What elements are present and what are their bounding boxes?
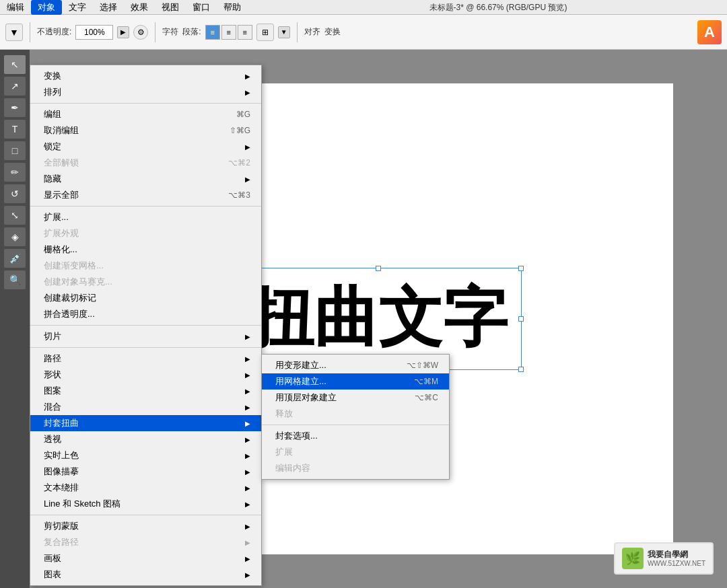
opacity-arrow-btn[interactable]: ▶	[117, 26, 129, 38]
text-align-group: ≡ ≡ ≡	[205, 25, 252, 40]
object-menu[interactable]: 变换 ▶ 排列 ▶ 编组 ⌘G 取消编组 ⇧⌘G 锁定	[30, 65, 262, 586]
para-label: 段落:	[182, 26, 201, 38]
menu-sep-4	[30, 347, 261, 348]
menu-envelope-distort[interactable]: 封套扭曲 ▶	[30, 415, 261, 431]
menu-transform[interactable]: 变换 ▶	[30, 68, 261, 84]
menubar-select[interactable]: 选择	[93, 0, 124, 15]
menu-group[interactable]: 编组 ⌘G	[30, 106, 261, 122]
menu-text-wrap[interactable]: 文本绕排 ▶	[30, 480, 261, 496]
tool-eyedropper[interactable]: 💉	[4, 249, 26, 268]
handle-tm	[376, 266, 381, 271]
menu-rasterize[interactable]: 栅格化...	[30, 242, 261, 258]
menu-arrange[interactable]: 排列 ▶	[30, 84, 261, 100]
menu-unlock-all[interactable]: 全部解锁 ⌥⌘2	[30, 155, 261, 171]
menu-perspective[interactable]: 透视 ▶	[30, 431, 261, 447]
handle-br	[518, 367, 524, 372]
handle-tr	[518, 266, 524, 271]
tool-zoom[interactable]: 🔍	[4, 270, 26, 289]
menu-create-gradient-mesh[interactable]: 创建渐变网格...	[30, 258, 261, 274]
menu-clipping-mask[interactable]: 剪切蒙版 ▶	[30, 518, 261, 534]
align-left-btn[interactable]: ≡	[205, 25, 220, 40]
logo-icon: 🌿	[622, 548, 644, 569]
settings-icon[interactable]: ⚙	[133, 25, 148, 40]
menu-compound-path[interactable]: 复合路径 ▶	[30, 534, 261, 550]
toolbar-divider-2	[155, 22, 155, 42]
submenu-top-object[interactable]: 用顶层对象建立 ⌥⌘C	[262, 390, 449, 406]
menu-graph[interactable]: 图表 ▶	[30, 566, 261, 583]
menubar-help[interactable]: 帮助	[217, 0, 248, 15]
submenu-envelope-options[interactable]: 封套选项...	[262, 428, 449, 444]
toolbar-divider-1	[30, 22, 30, 42]
dropdown-overlay: 变换 ▶ 排列 ▶ 编组 ⌘G 取消编组 ⇧⌘G 锁定	[30, 65, 262, 586]
menu-path[interactable]: 路径 ▶	[30, 351, 261, 367]
submenu-sep-1	[262, 425, 449, 425]
menubar-object[interactable]: 对象	[31, 0, 62, 15]
align-right-btn[interactable]: ≡	[238, 25, 252, 40]
tool-rotate[interactable]: ↺	[4, 184, 26, 203]
logo-url: WWW.51ZXW.NET	[648, 560, 705, 567]
menu-live-paint[interactable]: 实时上色 ▶	[30, 447, 261, 464]
tool-select-btn[interactable]: ▼	[5, 24, 23, 41]
envelope-distort-submenu[interactable]: 用变形建立... ⌥⇧⌘W 用网格建立... ⌥⌘M 用顶层对象建立 ⌥⌘C 释…	[261, 354, 450, 480]
menubar-window[interactable]: 窗口	[186, 0, 217, 15]
menubar-text[interactable]: 文字	[62, 0, 93, 15]
tool-direct-select[interactable]: ↗	[4, 77, 26, 96]
menu-show-all[interactable]: 显示全部 ⌥⌘3	[30, 187, 261, 203]
menu-artboard[interactable]: 画板 ▶	[30, 550, 261, 566]
tool-pen[interactable]: ✒	[4, 98, 26, 117]
menu-create-mosaic[interactable]: 创建对象马赛克...	[30, 274, 261, 290]
menu-expand[interactable]: 扩展...	[30, 209, 261, 225]
menubar-view[interactable]: 视图	[155, 0, 186, 15]
dropdown-arrow-btn[interactable]: ▼	[278, 26, 290, 38]
menu-sep-1	[30, 103, 261, 104]
menubar: 编辑 对象 文字 选择 效果 视图 窗口 帮助 未标题-3* @ 66.67% …	[0, 0, 727, 15]
menu-sep-3	[30, 325, 261, 326]
menu-hide[interactable]: 隐藏 ▶	[30, 171, 261, 187]
menu-image-trace[interactable]: 图像描摹 ▶	[30, 464, 261, 480]
opacity-input[interactable]	[75, 25, 113, 40]
transform-label: 变换	[324, 26, 341, 38]
canvas-area[interactable]: 扭曲文字 变换 ▶ 排列 ▶ 编组 ⌘G 取消编组	[30, 50, 727, 588]
left-toolpanel: ↖ ↗ ✒ T □ ✏ ↺ ⤡ ◈ 💉 🔍	[0, 50, 30, 588]
opacity-label: 不透明度:	[37, 26, 71, 38]
logo-badge: 🌿 我要自學網 WWW.51ZXW.NET	[614, 542, 714, 575]
submenu-expand[interactable]: 扩展	[262, 444, 449, 460]
menu-shape[interactable]: 形状 ▶	[30, 367, 261, 383]
align-label: 对齐	[304, 26, 320, 38]
menu-sep-5	[30, 515, 261, 515]
toolbar: ▼ 不透明度: ▶ ⚙ 字符 段落: ≡ ≡ ≡ ⊞ ▼ 对齐 变换 A	[0, 15, 727, 50]
tool-text[interactable]: T	[4, 120, 26, 139]
tool-scale[interactable]: ⤡	[4, 206, 26, 225]
menu-ungroup[interactable]: 取消编组 ⇧⌘G	[30, 122, 261, 139]
main-area: ↖ ↗ ✒ T □ ✏ ↺ ⤡ ◈ 💉 🔍 扭曲文字 变换 ▶ 排列 ▶	[0, 50, 727, 588]
menu-create-trim-marks[interactable]: 创建裁切标记	[30, 290, 261, 306]
grid-icon[interactable]: ⊞	[256, 24, 274, 41]
window-title: 未标题-3* @ 66.67% (RGB/GPU 预览)	[269, 0, 727, 15]
toolbar-divider-3	[297, 22, 298, 42]
menu-slice[interactable]: 切片 ▶	[30, 328, 261, 344]
submenu-edit-contents[interactable]: 编辑内容	[262, 460, 449, 476]
submenu-warp[interactable]: 用变形建立... ⌥⇧⌘W	[262, 357, 449, 373]
menu-line-sketch[interactable]: Line 和 Sketch 图稿 ▶	[30, 496, 261, 512]
menu-expand-appearance[interactable]: 扩展外观	[30, 225, 261, 242]
menu-lock[interactable]: 锁定 ▶	[30, 139, 261, 155]
char-label: 字符	[162, 26, 178, 38]
logo-text: 我要自學網	[648, 550, 705, 560]
align-center-btn[interactable]: ≡	[221, 25, 236, 40]
submenu-release[interactable]: 释放	[262, 406, 449, 422]
tool-select[interactable]: ↖	[4, 55, 26, 74]
submenu-mesh[interactable]: 用网格建立... ⌥⌘M	[262, 373, 449, 390]
tool-gradient[interactable]: ◈	[4, 227, 26, 246]
menu-pattern[interactable]: 图案 ▶	[30, 383, 261, 399]
menu-sep-2	[30, 206, 261, 207]
menubar-effect[interactable]: 效果	[124, 0, 155, 15]
tool-brush[interactable]: ✏	[4, 163, 26, 182]
handle-mr	[518, 316, 524, 322]
adobe-a-icon: A	[697, 20, 722, 44]
menubar-edit[interactable]: 编辑	[0, 0, 31, 15]
menu-flatten-transparency[interactable]: 拼合透明度...	[30, 306, 261, 322]
menu-blend[interactable]: 混合 ▶	[30, 399, 261, 415]
tool-shape[interactable]: □	[4, 141, 26, 160]
